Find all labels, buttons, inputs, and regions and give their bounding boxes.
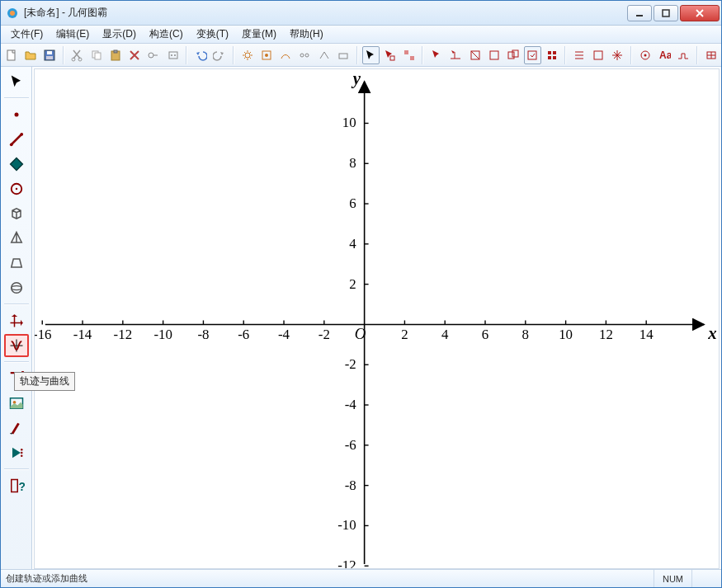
locus-curve-tool[interactable] (4, 334, 29, 357)
cut-button[interactable] (68, 46, 86, 64)
polygon-tool[interactable] (4, 153, 29, 176)
paste-button[interactable] (106, 46, 124, 64)
svg-point-51 (21, 449, 23, 451)
select-tool-button[interactable] (381, 46, 399, 64)
point-tool[interactable] (4, 103, 29, 126)
delete-button[interactable] (126, 46, 144, 64)
status-num: NUM (654, 570, 691, 587)
svg-text:10: 10 (559, 327, 573, 342)
tool-button-2[interactable] (164, 46, 182, 64)
line-tool[interactable] (4, 128, 29, 151)
body-area: Tl ? 轨迹与曲线 -16-14-12-10-8-6-4-2246810121… (1, 67, 721, 569)
svg-point-52 (21, 452, 23, 454)
tool-button-20[interactable] (675, 46, 692, 64)
svg-rect-35 (553, 56, 556, 59)
svg-rect-34 (548, 56, 551, 59)
svg-point-53 (21, 455, 23, 458)
tool-button-1[interactable] (145, 46, 163, 64)
svg-rect-28 (490, 51, 498, 59)
svg-rect-32 (548, 51, 551, 54)
svg-point-45 (15, 188, 17, 191)
tool-button-11[interactable] (466, 46, 484, 64)
text-style-button[interactable]: Aa (655, 46, 672, 64)
svg-rect-25 (404, 50, 408, 54)
menu-transform[interactable]: 变换(T) (190, 26, 235, 43)
svg-text:-2: -2 (319, 327, 330, 342)
svg-rect-23 (339, 54, 347, 59)
tool-button-10[interactable] (447, 46, 465, 64)
svg-text:2: 2 (349, 276, 356, 292)
arrow-tool[interactable] (4, 70, 29, 93)
open-file-button[interactable] (21, 46, 39, 64)
svg-point-17 (174, 54, 176, 56)
svg-text:6: 6 (482, 327, 488, 342)
new-file-button[interactable] (2, 46, 20, 64)
tool-button-12[interactable] (485, 46, 503, 64)
canvas[interactable]: -16-14-12-10-8-6-4-22468101214-12-10-8-6… (34, 68, 720, 569)
image-tool[interactable] (4, 392, 29, 415)
play-tool[interactable] (4, 441, 29, 464)
tool-button-8[interactable] (400, 46, 418, 64)
tool-button-3[interactable] (257, 46, 275, 64)
cube-tool[interactable] (4, 202, 29, 225)
tool-button-17[interactable] (590, 46, 607, 64)
toolbar: Aa (1, 44, 721, 67)
svg-point-42 (9, 143, 12, 146)
svg-rect-6 (47, 51, 52, 54)
settings-button[interactable] (238, 46, 256, 64)
tool-button-14[interactable] (524, 46, 541, 64)
save-button[interactable] (41, 46, 59, 64)
minimize-button[interactable] (627, 5, 652, 21)
palette-sep (4, 468, 29, 470)
help-tool[interactable]: ? (4, 474, 29, 497)
redo-button[interactable] (211, 46, 229, 64)
svg-text:y: y (351, 69, 361, 88)
close-button[interactable] (680, 5, 720, 21)
tool-button-9[interactable] (427, 46, 445, 64)
titlebar[interactable]: [未命名] - 几何图霸 (1, 1, 721, 26)
menu-file[interactable]: 文件(F) (4, 26, 50, 43)
pointer-button[interactable] (362, 46, 380, 64)
svg-rect-29 (508, 52, 514, 59)
tool-button-15[interactable] (543, 46, 560, 64)
axes-tool[interactable] (4, 309, 29, 332)
svg-rect-15 (169, 52, 177, 59)
tool-button-19[interactable] (636, 46, 654, 64)
menu-edit[interactable]: 编辑(E) (50, 26, 96, 43)
svg-point-43 (20, 133, 23, 136)
tooltip: 轨迹与曲线 (14, 372, 75, 391)
svg-text:4: 4 (441, 327, 449, 342)
undo-button[interactable] (191, 46, 209, 64)
tool-button-5[interactable] (296, 46, 314, 64)
svg-text:-4: -4 (278, 327, 290, 342)
circle-tool[interactable] (4, 177, 29, 200)
tool-button-18[interactable] (609, 46, 626, 64)
tool-button-6[interactable] (315, 46, 333, 64)
tool-button-4[interactable] (276, 46, 294, 64)
svg-text:4: 4 (349, 236, 356, 252)
menu-help[interactable]: 帮助(H) (283, 26, 330, 43)
tool-button-21[interactable] (702, 46, 720, 64)
svg-point-1 (10, 11, 15, 16)
svg-rect-4 (7, 50, 15, 60)
sphere-tool[interactable] (4, 276, 29, 299)
pen-tool[interactable] (4, 416, 29, 440)
menu-measure[interactable]: 度量(M) (235, 26, 283, 43)
svg-text:-10: -10 (337, 517, 356, 533)
svg-text:6: 6 (349, 195, 356, 211)
statusbar: 创建轨迹或添加曲线 NUM (1, 569, 721, 587)
menu-construct[interactable]: 构造(C) (143, 26, 190, 43)
tool-button-7[interactable] (334, 46, 352, 64)
svg-rect-54 (11, 480, 17, 492)
toolbar-sep (696, 46, 698, 64)
svg-point-16 (171, 54, 172, 56)
svg-rect-36 (594, 51, 602, 59)
frustum-tool[interactable] (4, 252, 29, 275)
copy-button[interactable] (87, 46, 105, 64)
menu-display[interactable]: 显示(D) (96, 26, 143, 43)
tool-button-16[interactable] (570, 46, 588, 64)
toolbar-sep (356, 46, 358, 64)
tool-button-13[interactable] (504, 46, 521, 64)
pyramid-tool[interactable] (4, 227, 29, 250)
maximize-button[interactable] (654, 5, 678, 21)
